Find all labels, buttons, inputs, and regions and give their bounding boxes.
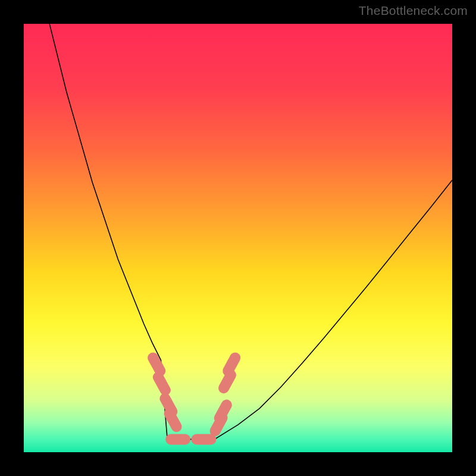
watermark-text: TheBottleneck.com [359,4,468,18]
chart-frame: TheBottleneck.com [0,0,476,476]
bottleneck-chart [24,24,452,452]
marker-dot [170,414,177,427]
marker-dot [220,405,227,418]
marker-dot [158,377,165,390]
gradient-plot-area [24,24,452,452]
marker-dot [153,358,160,371]
marker-dot [228,358,235,371]
marker-dot [224,375,231,388]
